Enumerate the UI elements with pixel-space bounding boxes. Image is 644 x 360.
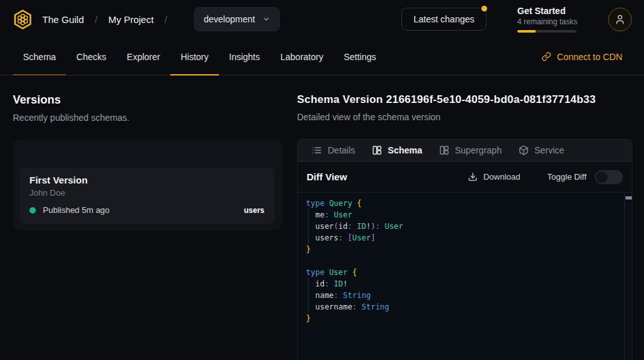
schema-code-viewer: type Query { me: User user(id: ID!): Use… <box>298 192 632 360</box>
code-line: me: User <box>306 209 619 221</box>
tab-label: Schema <box>23 52 56 62</box>
columns-icon <box>372 145 382 155</box>
code-line: username: String <box>306 301 619 313</box>
switch-knob <box>596 171 608 183</box>
graphql-schema-code: type Query { me: User user(id: ID!): Use… <box>306 198 619 324</box>
tab-service[interactable]: Service <box>510 139 573 161</box>
published-status-text: Published 5m ago <box>43 205 109 215</box>
cube-icon <box>519 145 529 155</box>
diff-view-title: Diff View <box>307 171 347 182</box>
user-icon <box>615 14 625 25</box>
tab-label: Checks <box>76 52 106 62</box>
toggle-diff-label: Toggle Diff <box>547 172 586 182</box>
app-header: The Guild / My Project / development Lat… <box>0 0 644 38</box>
tab-label: Insights <box>229 52 260 62</box>
columns-icon <box>439 145 449 155</box>
environment-select-value: development <box>204 14 255 24</box>
version-list-item[interactable]: First Version John Doe Published 5m ago … <box>20 168 275 224</box>
code-line: users: [User] <box>306 232 619 244</box>
schema-version-subtitle: Detailed view of the schema version <box>297 112 632 122</box>
version-item-author: John Doe <box>29 188 264 198</box>
code-line: type User { <box>306 267 619 278</box>
versions-subtitle: Recently published schemas. <box>13 113 282 123</box>
versions-list: First Version John Doe Published 5m ago … <box>13 139 282 230</box>
version-item-title: First Version <box>29 175 264 185</box>
tab-checks[interactable]: Checks <box>66 38 117 75</box>
published-status-dot <box>29 207 36 214</box>
versions-title: Versions <box>13 93 282 107</box>
hive-logo-icon[interactable] <box>12 9 33 30</box>
indent-guide <box>308 278 309 313</box>
tab-indicator <box>219 74 270 75</box>
breadcrumb-separator: / <box>95 14 97 25</box>
code-line <box>306 255 619 267</box>
tab-label: Laboratory <box>280 52 323 62</box>
service-name-badge: users <box>244 206 264 215</box>
download-button[interactable]: Download <box>468 172 520 182</box>
tab-indicator <box>170 74 219 75</box>
tab-schema-detail[interactable]: Schema <box>364 139 431 161</box>
tab-indicator <box>270 74 334 75</box>
tab-settings[interactable]: Settings <box>334 38 387 75</box>
get-started-progressbar <box>517 30 576 33</box>
code-scrollbar[interactable] <box>624 192 632 360</box>
latest-changes-button[interactable]: Latest changes <box>401 8 487 31</box>
notification-dot <box>481 6 487 12</box>
code-line: type Query { <box>306 198 619 209</box>
tab-indicator <box>334 74 387 75</box>
version-detail-header: Schema Version 2166196f-5e10-4059-bd0a-0… <box>297 93 632 122</box>
toggle-diff-switch[interactable] <box>595 170 623 184</box>
code-line: } <box>306 244 619 255</box>
tab-supergraph[interactable]: Supergraph <box>431 139 510 161</box>
connect-to-cdn-label: Connect to CDN <box>557 52 622 62</box>
link-icon <box>542 52 551 61</box>
tab-label: Service <box>535 145 565 155</box>
tab-history[interactable]: History <box>170 38 219 75</box>
chevron-down-icon <box>262 15 270 23</box>
environment-select[interactable]: development <box>194 7 280 31</box>
tab-laboratory[interactable]: Laboratory <box>270 38 334 75</box>
diff-view-toolbar: Diff View Download Toggle Diff <box>298 162 632 192</box>
tab-indicator <box>117 74 170 75</box>
indent-guide <box>308 209 309 244</box>
tab-label: History <box>181 52 209 62</box>
download-label: Download <box>483 172 520 182</box>
org-breadcrumb[interactable]: The Guild <box>42 14 84 25</box>
breadcrumb-separator: / <box>165 14 167 25</box>
version-item-status-row: Published 5m ago users <box>29 205 264 215</box>
tab-label: Supergraph <box>455 145 502 155</box>
version-detail-panel: Details Schema Supergraph <box>297 139 632 360</box>
get-started-subtitle: 4 remaining tasks <box>517 17 576 26</box>
schema-version-title: Schema Version 2166196f-5e10-4059-bd0a-0… <box>297 93 632 106</box>
tab-indicator <box>13 74 66 75</box>
scrollbar-thumb[interactable] <box>625 196 632 200</box>
tab-explorer[interactable]: Explorer <box>117 38 170 75</box>
tab-label: Settings <box>344 52 376 62</box>
get-started-widget[interactable]: Get Started 4 remaining tasks <box>517 6 576 33</box>
download-icon <box>468 172 478 182</box>
tab-label: Schema <box>388 145 423 155</box>
tab-label: Details <box>328 145 355 155</box>
latest-changes-label: Latest changes <box>414 14 474 24</box>
tab-indicator <box>66 74 117 75</box>
tab-insights[interactable]: Insights <box>219 38 270 75</box>
code-line: name: String <box>306 290 619 301</box>
header-actions: Latest changes Get Started 4 remaining t… <box>401 6 632 33</box>
code-line: } <box>306 313 619 324</box>
versions-section: Versions Recently published schemas. Fir… <box>13 93 282 230</box>
tab-schema[interactable]: Schema <box>13 38 66 75</box>
code-line: id: ID! <box>306 278 619 290</box>
target-nav-tabs: Schema Checks Explorer History Insights … <box>0 38 644 75</box>
get-started-progress-fill <box>517 30 536 33</box>
get-started-title: Get Started <box>517 6 576 17</box>
version-detail-tabs: Details Schema Supergraph <box>298 139 632 162</box>
tab-details[interactable]: Details <box>303 139 364 161</box>
user-avatar[interactable] <box>608 8 632 31</box>
project-breadcrumb[interactable]: My Project <box>108 14 154 25</box>
tab-label: Explorer <box>127 52 160 62</box>
code-line: user(id: ID!): User <box>306 221 619 232</box>
connect-to-cdn-link[interactable]: Connect to CDN <box>542 38 622 75</box>
list-icon <box>312 145 322 155</box>
